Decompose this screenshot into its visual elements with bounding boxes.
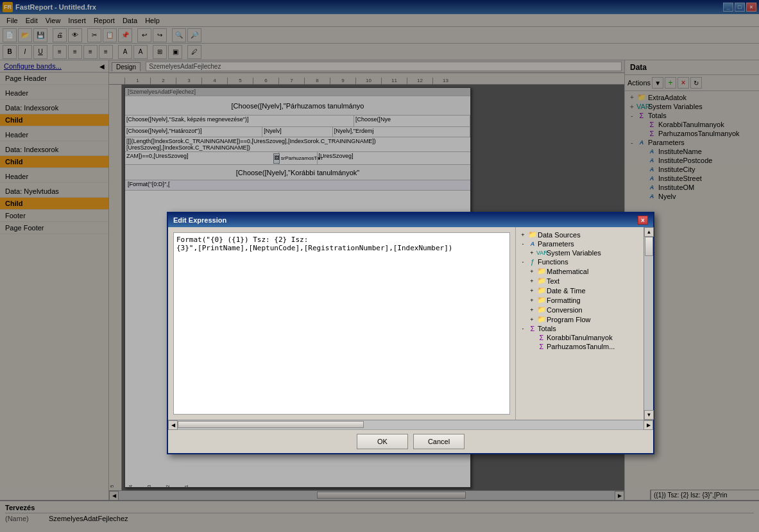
text-label: Text: [547, 277, 559, 285]
modal-tree-korabbi[interactable]: Σ KorabbiTanulmanyok: [527, 333, 641, 342]
folder-icon-conversion: 📁: [536, 305, 547, 314]
expand-modal-params-icon[interactable]: -: [518, 241, 527, 247]
app-window: FR FastReport - Untitled.frx _ □ × File …: [0, 0, 759, 532]
modal-title-text: Edit Expression: [173, 216, 226, 224]
folder-icon-math: 📁: [536, 267, 547, 275]
modal-tree-datetime[interactable]: + 📁 Date & Time: [527, 286, 641, 295]
expand-datasources-icon[interactable]: +: [518, 232, 527, 238]
sigma-icon-modal-parhuz: Σ: [536, 343, 547, 350]
folder-icon-datasources: 📁: [527, 230, 538, 239]
formatting-label: Formatting: [547, 296, 581, 304]
folder-icon-formatting: 📁: [536, 296, 547, 304]
mathematical-label: Mathematical: [547, 268, 588, 275]
modal-hscroll-left[interactable]: ◀: [168, 420, 178, 430]
expand-text-icon[interactable]: +: [527, 278, 536, 284]
edit-expression-dialog: Edit Expression × Format("{0} ({1}) Tsz:…: [167, 212, 654, 454]
modal-tree-params[interactable]: - A Parameters: [518, 239, 641, 248]
modal-tree-datasources[interactable]: + 📁 Data Sources: [518, 230, 641, 239]
expand-modal-funcs-icon[interactable]: -: [518, 259, 527, 265]
modal-footer: OK Cancel: [168, 429, 653, 453]
expand-modal-totals-icon[interactable]: -: [518, 325, 527, 332]
modal-hscroll-right[interactable]: ▶: [644, 420, 653, 430]
sigma-icon-modal: Σ: [527, 325, 538, 332]
expand-datetime-icon[interactable]: +: [527, 287, 536, 294]
datetime-label: Date & Time: [547, 287, 586, 295]
modal-tree-functions[interactable]: - ƒ Functions: [518, 257, 641, 266]
conversion-label: Conversion: [547, 306, 583, 314]
modal-scroll-up[interactable]: ▲: [644, 227, 654, 237]
modal-hscroll-track[interactable]: [178, 420, 644, 429]
sigma-icon-modal-korabbi: Σ: [536, 334, 547, 341]
datasources-label: Data Sources: [538, 231, 581, 239]
modal-parhuzamos-label: ParhuzamosTanulm...: [547, 343, 615, 350]
expand-formatting-icon[interactable]: +: [527, 297, 536, 304]
modal-vscroll[interactable]: ▲ ▼: [644, 227, 653, 420]
modal-tree-text[interactable]: + 📁 Text: [527, 276, 641, 286]
modal-tree-math[interactable]: + 📁 Mathematical: [527, 266, 641, 276]
param-icon-modal: A: [527, 241, 538, 247]
modal-scroll-down[interactable]: ▼: [644, 410, 654, 420]
expression-textarea[interactable]: Format("{0} ({1}) Tsz: {2} Isz: {3}",[Pr…: [173, 232, 510, 415]
expand-modal-sysvars-icon[interactable]: +: [527, 250, 536, 256]
modal-tree-programflow[interactable]: + 📁 Program Flow: [527, 314, 641, 324]
modal-tree-conversion[interactable]: + 📁 Conversion: [527, 305, 641, 314]
modal-scroll-track[interactable]: [644, 237, 653, 410]
modal-overlay: Edit Expression × Format("{0} ({1}) Tsz:…: [0, 0, 759, 532]
modal-hscroll-thumb[interactable]: [178, 421, 364, 428]
modal-functions-label: Functions: [538, 258, 568, 266]
folder-icon-programflow: 📁: [536, 315, 547, 323]
modal-body: Format("{0} ({1}) Tsz: {2} Isz: {3}",[Pr…: [168, 227, 653, 420]
modal-title-bar: Edit Expression ×: [168, 213, 653, 227]
expand-conversion-icon[interactable]: +: [527, 307, 536, 313]
programflow-label: Program Flow: [547, 316, 590, 323]
ok-button[interactable]: OK: [357, 434, 408, 449]
modal-hscroll[interactable]: ◀ ▶: [168, 420, 653, 429]
func-icon-modal: ƒ: [527, 258, 538, 266]
modal-params-label: Parameters: [538, 240, 574, 248]
cancel-button[interactable]: Cancel: [413, 434, 465, 449]
modal-tree-panel: + 📁 Data Sources - A Parameters + VAR Sy…: [515, 227, 644, 420]
modal-tree-totals[interactable]: - Σ Totals: [518, 324, 641, 333]
modal-tree-formatting[interactable]: + 📁 Formatting: [527, 295, 641, 305]
expand-programflow-icon[interactable]: +: [527, 316, 536, 323]
modal-close-btn[interactable]: ×: [638, 216, 648, 225]
folder-icon-datetime: 📁: [536, 286, 547, 295]
expand-math-icon[interactable]: +: [527, 268, 536, 275]
modal-korabbi-label: KorabbiTanulmanyok: [547, 334, 613, 341]
modal-sysvars-label: System Variables: [547, 249, 601, 257]
modal-scroll-thumb[interactable]: [645, 237, 653, 256]
modal-totals-label: Totals: [538, 325, 556, 332]
var-icon-modal: VAR: [536, 250, 547, 256]
folder-icon-text: 📁: [536, 277, 547, 285]
modal-tree-parhuzamos[interactable]: Σ ParhuzamosTanulm...: [527, 342, 641, 351]
modal-expr-area: Format("{0} ({1}) Tsz: {2} Isz: {3}",[Pr…: [168, 227, 515, 420]
modal-tree-sysvars[interactable]: + VAR System Variables: [527, 248, 641, 257]
